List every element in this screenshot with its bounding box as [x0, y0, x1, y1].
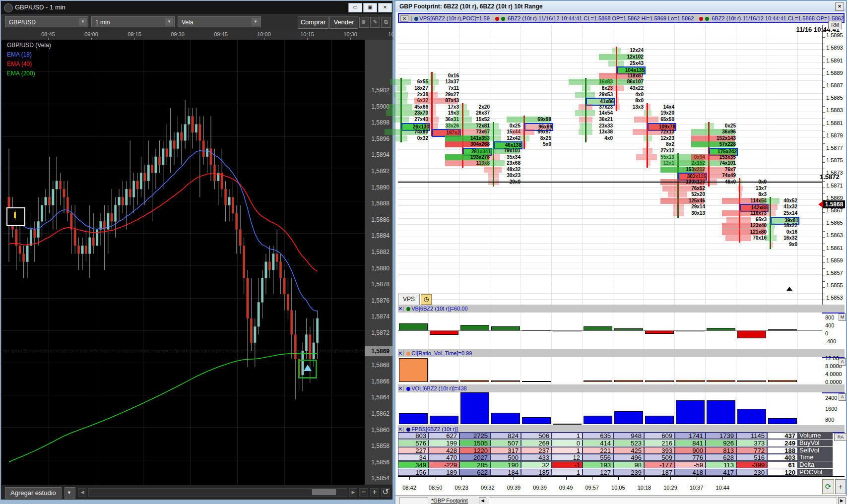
- footprint-cell[interactable]: 0x25: [710, 123, 736, 129]
- footprint-cell[interactable]: 76x7: [710, 167, 736, 173]
- footprint-cell[interactable]: 26x37: [464, 110, 490, 116]
- footprint-cell[interactable]: 118x87: [618, 73, 644, 79]
- footprint-cell[interactable]: 7x11: [433, 85, 459, 91]
- footprint-cell[interactable]: 14x4: [649, 104, 674, 110]
- footprint-cell[interactable]: 0x16: [433, 73, 459, 79]
- footprint-cell[interactable]: 4x0: [587, 135, 613, 141]
- footprint-cell[interactable]: 23x68: [495, 160, 521, 166]
- footprint-cell[interactable]: 5x0: [525, 141, 551, 147]
- tab-right-arrow[interactable]: ▶: [838, 497, 846, 504]
- footprint-cell[interactable]: 13x3: [618, 104, 644, 110]
- footprint-cell[interactable]: 72x81: [464, 123, 490, 129]
- close-study-icon[interactable]: ✕: [398, 350, 402, 356]
- footprint-cell[interactable]: 121x80: [741, 229, 767, 235]
- footprint-cell[interactable]: 69x98: [525, 117, 551, 123]
- footprint-cell[interactable]: 9x0: [772, 242, 797, 248]
- footprint-cell[interactable]: 25x14: [772, 210, 797, 216]
- footprint-cell[interactable]: 30x13: [679, 210, 705, 216]
- footprint-cell[interactable]: 123x40: [741, 223, 767, 229]
- zoom-out-button[interactable]: −: [359, 488, 368, 497]
- footprint-cell[interactable]: 2x20: [464, 104, 490, 110]
- footprint-cell[interactable]: 193x278: [464, 154, 490, 160]
- ci-panel[interactable]: [398, 357, 822, 384]
- footprint-cell[interactable]: 35x34: [495, 154, 521, 160]
- minimize-button[interactable]: ▭: [348, 3, 362, 12]
- scroll-left-arrow[interactable]: ◀: [78, 488, 86, 497]
- add-study-button[interactable]: Agregar estudio: [5, 487, 62, 499]
- footprint-cell[interactable]: 40x52: [772, 198, 797, 204]
- footprint-cell[interactable]: 45x66: [402, 104, 428, 110]
- close-study-icon[interactable]: ✕: [398, 426, 402, 432]
- draw-icon[interactable]: ✎: [370, 17, 380, 28]
- footprint-cell[interactable]: 48x32: [495, 167, 521, 173]
- sell-button[interactable]: Vender: [329, 16, 358, 29]
- footprint-cell[interactable]: 0x32: [402, 135, 428, 141]
- footprint-cell[interactable]: 86x107: [618, 79, 644, 85]
- ci-scale-button[interactable]: A: [839, 358, 846, 366]
- footprint-cell[interactable]: 76x52: [679, 186, 705, 191]
- footprint-cell[interactable]: 2x38: [402, 92, 428, 98]
- footprint-cell[interactable]: 29x53: [587, 92, 613, 98]
- buy-button[interactable]: Comprar: [298, 16, 328, 29]
- candlestick-chart[interactable]: GBP/USD (Vela)EMA (18)EMA (40)EMA (200): [2, 40, 365, 485]
- footprint-cell[interactable]: 14x54: [587, 110, 613, 116]
- footprint-cell[interactable]: 70x16: [741, 235, 767, 241]
- footprint-cell[interactable]: 27x12: [649, 148, 674, 154]
- close-study-icon[interactable]: ✕: [398, 385, 402, 391]
- footprint-cell[interactable]: 36x21: [587, 117, 613, 123]
- footprint-cell[interactable]: 29x14: [679, 204, 705, 210]
- footprint-cell[interactable]: 29x27: [433, 92, 459, 98]
- tab-left-arrow[interactable]: ◀: [479, 497, 486, 504]
- footprint-cell[interactable]: 17x3: [433, 104, 459, 110]
- footprint-cell[interactable]: 8x0: [618, 98, 644, 104]
- vol-panel[interactable]: [398, 392, 822, 425]
- footprint-cell[interactable]: 116x73: [741, 210, 767, 216]
- close-study-icon[interactable]: ✕: [400, 15, 408, 22]
- scrollbar-thumb[interactable]: [312, 489, 336, 495]
- footprint-cell[interactable]: 0x16: [772, 229, 797, 235]
- footprint-cell[interactable]: 23x33: [587, 123, 613, 129]
- footprint-cell[interactable]: 12x24: [618, 48, 644, 54]
- footprint-cell[interactable]: 57x228: [710, 141, 736, 147]
- footprint-cell[interactable]: 59x57: [525, 129, 551, 135]
- window-layout-icon[interactable]: ⧉: [381, 17, 391, 28]
- vol-scale-button[interactable]: A: [839, 393, 846, 401]
- footprint-cell[interactable]: 19x3: [433, 110, 459, 116]
- footprint-cell[interactable]: 13x37: [433, 79, 459, 85]
- close-study-icon[interactable]: ✕: [398, 306, 402, 312]
- footprint-cell[interactable]: 74x49: [710, 173, 736, 179]
- footprint-cell[interactable]: 37x23: [587, 104, 613, 110]
- footprint-cell[interactable]: 4x0: [618, 92, 644, 98]
- footprint-cell[interactable]: 41x32: [772, 204, 797, 210]
- rm-button[interactable]: RM: [828, 21, 842, 29]
- footprint-cell[interactable]: 125x46: [679, 198, 705, 204]
- footprint-cell[interactable]: 152x143: [710, 135, 736, 141]
- footprint-cell[interactable]: 74x80: [402, 129, 428, 135]
- footprint-cell[interactable]: 153x35: [710, 154, 736, 160]
- scroll-right-arrow[interactable]: ▶: [349, 488, 357, 497]
- interval-dropdown[interactable]: 1 min▼: [91, 16, 175, 27]
- chart-marker-box[interactable]: [6, 207, 25, 226]
- footprint-cell[interactable]: 74x101: [710, 160, 736, 166]
- refresh-icon[interactable]: ⟳: [822, 479, 834, 494]
- reset-view-button[interactable]: ↺: [381, 488, 390, 497]
- tab-scrollbar[interactable]: [489, 497, 837, 504]
- footprint-cell[interactable]: 13x38: [587, 129, 613, 135]
- footprint-cell[interactable]: 25x43: [618, 61, 644, 66]
- add-study-dropdown[interactable]: ▼: [65, 487, 75, 499]
- tab-vps[interactable]: VPS: [398, 294, 420, 305]
- footprint-cell[interactable]: 65x3: [741, 217, 767, 223]
- window-titlebar[interactable]: GBP Footprint: 6BZ2 (10t r), 6BZ2 (10t r…: [395, 1, 846, 12]
- zoom-in-button[interactable]: +: [370, 488, 379, 497]
- study-header-bar[interactable]: ✕| VPS[6BZ2 (10t r),POC]=1.59 6BZ2 (10t …: [398, 13, 845, 23]
- footprint-cell[interactable]: 19x20: [649, 110, 674, 116]
- close-icon[interactable]: ✕: [835, 2, 844, 11]
- footprint-cell[interactable]: 6x55: [402, 79, 428, 85]
- chart-type-dropdown[interactable]: Vela▼: [178, 16, 261, 27]
- footprint-cell[interactable]: 52x20: [679, 191, 705, 197]
- tab-gbp-footprint[interactable]: *GBP Footprint: [431, 498, 468, 504]
- symbol-dropdown[interactable]: GBP/USD▼: [5, 16, 88, 27]
- footprint-cell[interactable]: 23x73: [402, 110, 428, 116]
- footprint-cell[interactable]: 12x23: [649, 135, 674, 141]
- footprint-cell[interactable]: 12x42: [495, 135, 521, 141]
